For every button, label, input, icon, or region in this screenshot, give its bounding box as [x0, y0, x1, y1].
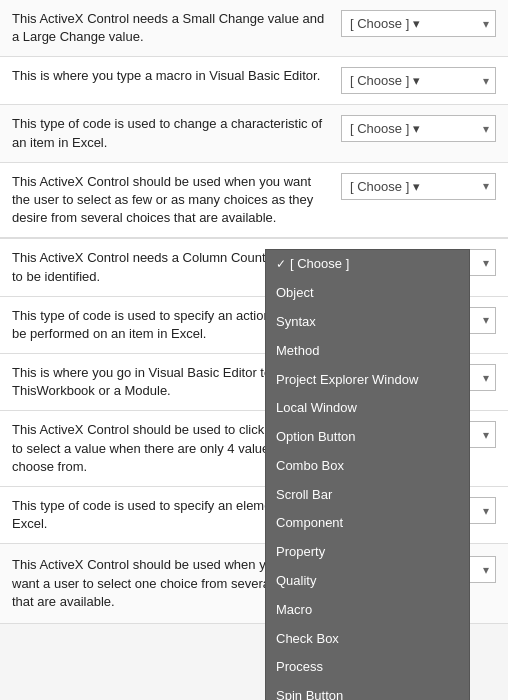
chevron-down-icon: ▾: [413, 73, 420, 88]
dropdown-wrapper-2: [ Choose ] ▾: [341, 67, 496, 94]
quiz-container: This ActiveX Control needs a Small Chang…: [0, 0, 508, 624]
menu-item-10[interactable]: Property: [266, 538, 469, 567]
question-text-4: This ActiveX Control should be used when…: [12, 173, 331, 228]
menu-item-1[interactable]: Object: [266, 279, 469, 308]
menu-item-15[interactable]: Spin Button: [266, 682, 469, 700]
chevron-down-icon: ▾: [413, 121, 420, 136]
menu-item-2[interactable]: Syntax: [266, 308, 469, 337]
open-dropdown-section: This ActiveX Control needs a Column Coun…: [0, 239, 508, 544]
chevron-down-icon: ▾: [413, 16, 420, 31]
question-text-3: This type of code is used to change a ch…: [12, 115, 331, 151]
question-row-4: This ActiveX Control should be used when…: [0, 163, 508, 239]
dropdown-4[interactable]: [ Choose ] ▾: [341, 173, 496, 200]
menu-item-7[interactable]: Combo Box: [266, 452, 469, 481]
menu-item-14[interactable]: Process: [266, 653, 469, 682]
question-row-1: This ActiveX Control needs a Small Chang…: [0, 0, 508, 57]
menu-item-9[interactable]: Component: [266, 509, 469, 538]
menu-item-11[interactable]: Quality: [266, 567, 469, 596]
dropdown-wrapper-4: [ Choose ] ▾: [341, 173, 496, 200]
menu-item-5[interactable]: Local Window: [266, 394, 469, 423]
question-row-3: This type of code is used to change a ch…: [0, 105, 508, 162]
menu-item-8[interactable]: Scroll Bar: [266, 481, 469, 510]
menu-item-12[interactable]: Macro: [266, 596, 469, 625]
dropdown-2[interactable]: [ Choose ] ▾: [341, 67, 496, 94]
dropdown-open-menu: [ Choose ]ObjectSyntaxMethodProject Expl…: [265, 249, 470, 700]
menu-item-3[interactable]: Method: [266, 337, 469, 366]
chevron-down-icon: ▾: [413, 179, 420, 194]
question-text-1: This ActiveX Control needs a Small Chang…: [12, 10, 331, 46]
question-row-2: This is where you type a macro in Visual…: [0, 57, 508, 105]
menu-item-13[interactable]: Check Box: [266, 625, 469, 654]
dropdown-3[interactable]: [ Choose ] ▾: [341, 115, 496, 142]
dropdown-wrapper-3: [ Choose ] ▾: [341, 115, 496, 142]
menu-item-6[interactable]: Option Button: [266, 423, 469, 452]
dropdown-1[interactable]: [ Choose ] ▾: [341, 10, 496, 37]
dropdown-wrapper-1: [ Choose ] ▾: [341, 10, 496, 37]
menu-item-4[interactable]: Project Explorer Window: [266, 366, 469, 395]
question-text-2: This is where you type a macro in Visual…: [12, 67, 331, 85]
menu-item-0[interactable]: [ Choose ]: [266, 250, 469, 279]
